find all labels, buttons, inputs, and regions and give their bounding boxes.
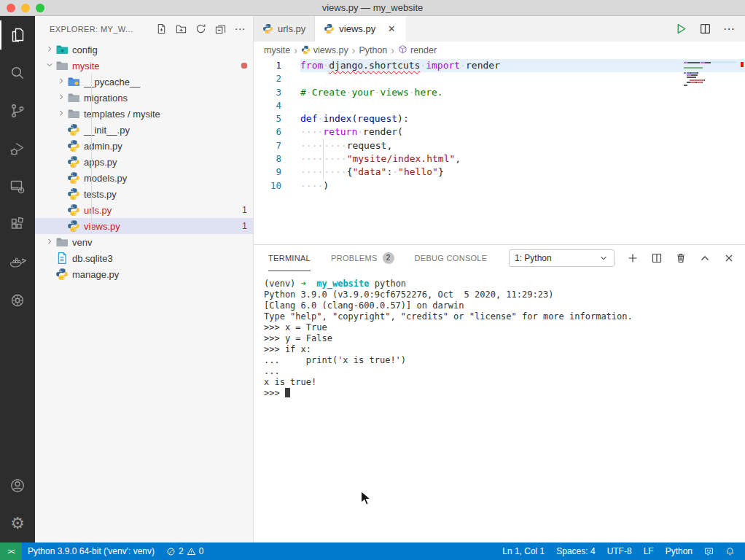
python-icon <box>67 172 80 184</box>
run-debug-icon[interactable] <box>0 130 35 168</box>
code-line-10[interactable]: 10····) <box>254 179 745 192</box>
explorer-icon[interactable] <box>0 16 35 54</box>
zoom-window-button[interactable] <box>36 4 44 12</box>
close-panel-icon[interactable] <box>723 252 735 264</box>
tree-item--init-py[interactable]: __init__.py <box>35 122 253 138</box>
remote-indicator[interactable]: >< <box>0 542 22 560</box>
code-line-4[interactable]: 4 <box>254 99 745 112</box>
tree-item-apps-py[interactable]: apps.py <box>35 154 253 170</box>
terminal-output[interactable]: (venv) ➜ my_website pythonPython 3.9.0 (… <box>254 271 745 542</box>
tree-item-venv[interactable]: venv <box>35 234 253 250</box>
code-editor[interactable]: 1from·django.shortcuts·import·render23#·… <box>254 58 745 244</box>
line-number: 8 <box>254 152 281 166</box>
code-line-1[interactable]: 1from·django.shortcuts·import·render <box>254 59 745 72</box>
tab-urls-py[interactable]: urls.py <box>254 16 315 42</box>
close-tab-icon[interactable]: ✕ <box>386 23 397 34</box>
minimize-window-button[interactable] <box>21 4 30 12</box>
search-icon[interactable] <box>0 54 35 92</box>
status-python[interactable]: Python <box>660 542 698 560</box>
code-line-8[interactable]: 8········"mysite/index.html", <box>254 152 745 166</box>
tree-item-models-py[interactable]: models.py <box>35 170 253 186</box>
line-number: 10 <box>254 179 281 192</box>
tree-indent-guide <box>91 90 92 106</box>
problems-status[interactable]: 2 0 <box>160 542 209 560</box>
terminal-line: >>> y = False <box>264 333 745 344</box>
tree-item--pycache-[interactable]: __pycache__ <box>35 74 253 90</box>
tree-indent-guide <box>91 74 92 90</box>
code-line-3[interactable]: 3#·Create·your·views·here. <box>254 86 745 99</box>
breadcrumb-item-python[interactable]: Python <box>359 45 387 55</box>
settings-icon[interactable]: ⚙ <box>0 505 35 542</box>
python-interpreter-status[interactable]: Python 3.9.0 64-bit ('venv': venv) <box>22 542 160 560</box>
tree-item-urls-py[interactable]: urls.py1 <box>35 202 253 218</box>
terminal-selector-dropdown[interactable]: 1: Python <box>509 249 615 267</box>
tree-item-templates-mysite[interactable]: templates / mysite <box>35 106 253 122</box>
code-line-9[interactable]: 9········{"data":·"hello"} <box>254 166 745 179</box>
extensions-icon[interactable] <box>0 206 35 244</box>
status-utf-8[interactable]: UTF-8 <box>601 542 638 560</box>
tab-debug-console[interactable]: DEBUG CONSOLE <box>415 245 488 271</box>
folder-icon <box>67 108 80 120</box>
code-line-5[interactable]: 5def·index(request): <box>254 112 745 125</box>
run-python-file-button[interactable] <box>675 23 687 35</box>
tab-problems[interactable]: PROBLEMS 2 <box>331 245 394 271</box>
overview-ruler-error-mark <box>741 62 744 67</box>
tree-item-label: mysite <box>72 61 237 71</box>
breadcrumb-separator: › <box>294 44 297 56</box>
file-tree: configmysite__pycache__migrationstemplat… <box>35 42 253 542</box>
breadcrumb-item-mysite[interactable]: mysite <box>264 45 290 55</box>
tree-item-mysite[interactable]: mysite <box>35 58 253 74</box>
new-terminal-icon[interactable] <box>627 252 639 264</box>
status-spaces[interactable]: Spaces: 4 <box>550 542 601 560</box>
folder-icon <box>55 60 69 71</box>
remote-explorer-icon[interactable] <box>0 168 35 206</box>
refresh-icon[interactable] <box>195 23 206 35</box>
tree-item-admin-py[interactable]: admin.py <box>35 138 253 154</box>
activity-bar-spacer <box>0 319 35 467</box>
breadcrumb-item-render[interactable]: render <box>398 44 437 56</box>
kill-terminal-icon[interactable] <box>675 252 687 264</box>
docker-icon[interactable] <box>0 244 35 281</box>
terminal-selector-value: 1: Python <box>515 253 598 263</box>
code-line-7[interactable]: 7········request, <box>254 139 745 152</box>
terminal-line: ... print('x is true!') <box>264 355 745 366</box>
tree-item-manage-py[interactable]: manage.py <box>35 266 253 282</box>
code-line-content: ········{"data":·"hello"} <box>300 166 745 179</box>
tab-views-py[interactable]: views.py ✕ <box>315 16 406 42</box>
more-actions-icon[interactable]: ⋯ <box>723 22 735 36</box>
tree-item-db-sqlite3[interactable]: db.sqlite3 <box>35 250 253 266</box>
new-folder-icon[interactable] <box>175 23 187 35</box>
source-control-icon[interactable] <box>0 92 35 130</box>
status-ln[interactable]: Ln 1, Col 1 <box>496 542 550 560</box>
status-bar: >< Python 3.9.0 64-bit ('venv': venv) 2 … <box>0 542 745 560</box>
close-window-button[interactable] <box>7 4 15 12</box>
chevron-right-icon <box>55 93 67 102</box>
breadcrumb-label: render <box>410 45 437 55</box>
symbol-module-icon <box>398 44 407 56</box>
new-file-icon[interactable] <box>155 23 167 35</box>
split-editor-icon[interactable] <box>699 23 711 35</box>
code-line-2[interactable]: 2 <box>254 72 745 85</box>
split-terminal-icon[interactable] <box>651 252 663 264</box>
window-controls <box>7 4 44 12</box>
code-line-6[interactable]: 6····return·render( <box>254 125 745 139</box>
collapse-folders-icon[interactable] <box>214 23 226 35</box>
python-icon <box>67 124 80 136</box>
tree-item-config[interactable]: config <box>35 42 253 58</box>
error-count-badge: 1 <box>242 221 247 231</box>
feedback-smiley-icon[interactable] <box>698 542 719 560</box>
tree-item-migrations[interactable]: migrations <box>35 90 253 106</box>
account-icon[interactable] <box>0 467 35 505</box>
maximize-panel-icon[interactable] <box>699 252 711 264</box>
wheel-icon[interactable] <box>0 281 35 319</box>
notifications-bell-icon[interactable] <box>719 542 741 560</box>
error-count: 2 <box>179 546 184 556</box>
tree-indent-guide <box>91 170 92 186</box>
status-lf[interactable]: LF <box>638 542 660 560</box>
tab-terminal[interactable]: TERMINAL <box>268 245 311 271</box>
more-actions-icon[interactable]: ⋯ <box>234 23 246 35</box>
panel-tab-label: TERMINAL <box>268 254 311 262</box>
tree-item-views-py[interactable]: views.py1 <box>35 218 253 234</box>
breadcrumb-item-views-py[interactable]: views.py <box>301 45 348 55</box>
tree-item-tests-py[interactable]: tests.py <box>35 186 253 202</box>
